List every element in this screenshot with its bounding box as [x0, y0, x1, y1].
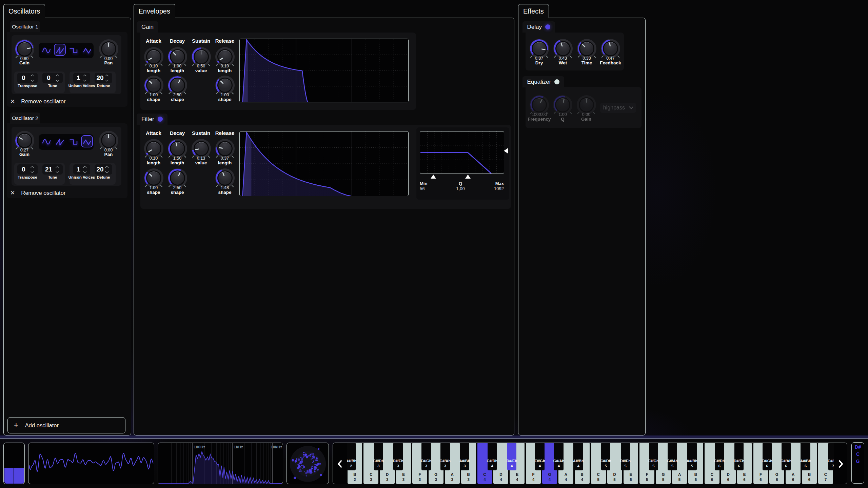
svg-text:100Hz: 100Hz: [194, 444, 205, 449]
svg-text:10kHz: 10kHz: [271, 444, 282, 449]
svg-text:1kHz: 1kHz: [234, 444, 243, 449]
